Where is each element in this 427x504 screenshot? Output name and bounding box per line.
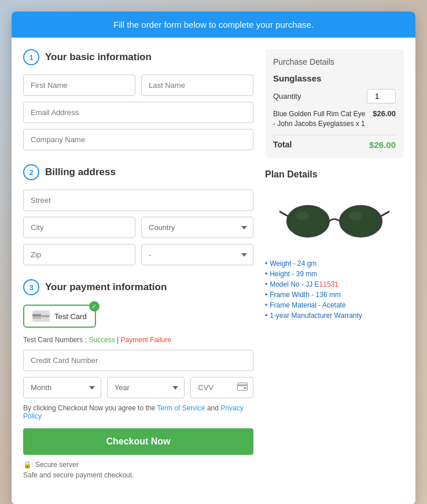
svg-rect-4: [244, 387, 246, 389]
step1-circle: 1: [23, 49, 39, 65]
svg-rect-3: [237, 384, 248, 386]
city-country-row: Country United States United Kingdom Can…: [23, 217, 253, 238]
street-row: [23, 190, 253, 211]
checkout-button[interactable]: Checkout Now: [23, 428, 253, 455]
credit-card-input[interactable]: [23, 350, 253, 371]
main-container: Fill the order form below to complete yo…: [12, 12, 415, 504]
product-name: Sunglasses: [273, 73, 396, 83]
spec-warranty: 1-year Manufacturer Warranty: [265, 312, 404, 320]
safe-text: Safe and secure payment checkout.: [23, 471, 253, 479]
cvv-wrap: [190, 377, 253, 398]
svg-point-11: [296, 211, 310, 220]
lock-icon: 🔒: [23, 461, 32, 469]
basic-info-section: 1 Your basic information: [23, 49, 253, 150]
svg-line-7: [279, 211, 287, 216]
email-input[interactable]: [23, 102, 253, 123]
step3-circle: 3: [23, 279, 39, 295]
zip-input[interactable]: [23, 244, 135, 265]
success-link[interactable]: Success: [89, 336, 115, 344]
specs-list: Weight - 24 gm Height - 39 mm Model No -…: [265, 260, 404, 320]
country-select[interactable]: Country United States United Kingdom Can…: [141, 217, 253, 238]
quantity-label: Quantity: [273, 92, 301, 101]
total-label: Total: [273, 140, 292, 149]
name-row: [23, 75, 253, 96]
content-area: 1 Your basic information: [12, 38, 415, 504]
zip-state-row: -: [23, 244, 253, 265]
street-input[interactable]: [23, 190, 253, 211]
spec-highlight: 11531: [319, 280, 338, 288]
spec-height: Height - 39 mm: [265, 270, 404, 278]
purchase-details-title: Purchase Details: [273, 57, 396, 66]
terms-link[interactable]: Term of Service: [157, 404, 205, 412]
step2-circle: 2: [23, 164, 39, 180]
city-input[interactable]: [23, 217, 135, 238]
year-select[interactable]: Year 2024 2025 2026 2027 2028 2029 2030: [107, 377, 185, 398]
test-card-option[interactable]: Test Card ✓: [23, 305, 96, 328]
section1-title: 1 Your basic information: [23, 49, 253, 65]
check-badge: ✓: [89, 301, 100, 312]
billing-section: 2 Billing address Country United States …: [23, 164, 253, 265]
total-row: Total $26.00: [273, 140, 396, 150]
spec-model: Model No - JJ E11531: [265, 280, 404, 288]
email-row: [23, 102, 253, 123]
company-row: [23, 129, 253, 150]
left-panel: 1 Your basic information: [23, 49, 253, 493]
right-panel: Purchase Details Sunglasses Quantity Blu…: [265, 49, 404, 493]
quantity-input[interactable]: [367, 89, 396, 103]
section3-title: 3 Your payment information: [23, 279, 253, 295]
month-select[interactable]: Month January February March April May J…: [23, 377, 101, 398]
total-price: $26.00: [369, 140, 396, 150]
spec-frame-material: Frame Material - Acetate: [265, 301, 404, 309]
company-input[interactable]: [23, 129, 253, 150]
state-select[interactable]: -: [141, 244, 253, 265]
sunglasses-image: [265, 188, 404, 251]
plan-details-title: Plan Details: [265, 169, 404, 180]
payment-section: 3 Your payment information Test Card: [23, 279, 253, 479]
svg-rect-2: [238, 383, 248, 390]
spec-weight: Weight - 24 gm: [265, 260, 404, 268]
divider: [273, 135, 396, 135]
purchase-details-box: Purchase Details Sunglasses Quantity Blu…: [265, 49, 404, 158]
card-icon: [32, 310, 50, 322]
credit-card-row: [23, 350, 253, 371]
test-card-label: Test Card: [54, 312, 87, 321]
terms-text: By clicking Checkout Now you agree to th…: [23, 404, 253, 420]
privacy-link[interactable]: Privacy Policy: [23, 404, 244, 420]
product-price: $26.00: [373, 109, 396, 118]
secure-server: 🔒 Secure server: [23, 461, 253, 469]
product-desc: Blue Golden Full Rim Cat Eye - John Jaco…: [273, 109, 373, 129]
section2-title: 2 Billing address: [23, 164, 253, 180]
svg-rect-1: [32, 314, 41, 316]
plan-details: Plan Details: [265, 169, 404, 320]
svg-line-8: [382, 211, 389, 216]
test-card-note: Test Card Numbers : Success | Payment Fa…: [23, 336, 253, 344]
failure-link[interactable]: Payment Failure: [121, 336, 171, 344]
card-options: Test Card ✓: [23, 305, 253, 328]
cvv-row: Month January February March April May J…: [23, 377, 253, 398]
banner-text: Fill the order form below to complete yo…: [113, 20, 314, 29]
svg-point-12: [349, 211, 362, 220]
quantity-row: Quantity: [273, 89, 396, 103]
spec-frame-width: Frame Width - 136 mm: [265, 291, 404, 299]
cvv-card-icon: [237, 383, 248, 393]
product-row: Blue Golden Full Rim Cat Eye - John Jaco…: [273, 109, 396, 129]
banner: Fill the order form below to complete yo…: [12, 12, 415, 38]
first-name-input[interactable]: [23, 75, 135, 96]
last-name-input[interactable]: [141, 75, 253, 96]
